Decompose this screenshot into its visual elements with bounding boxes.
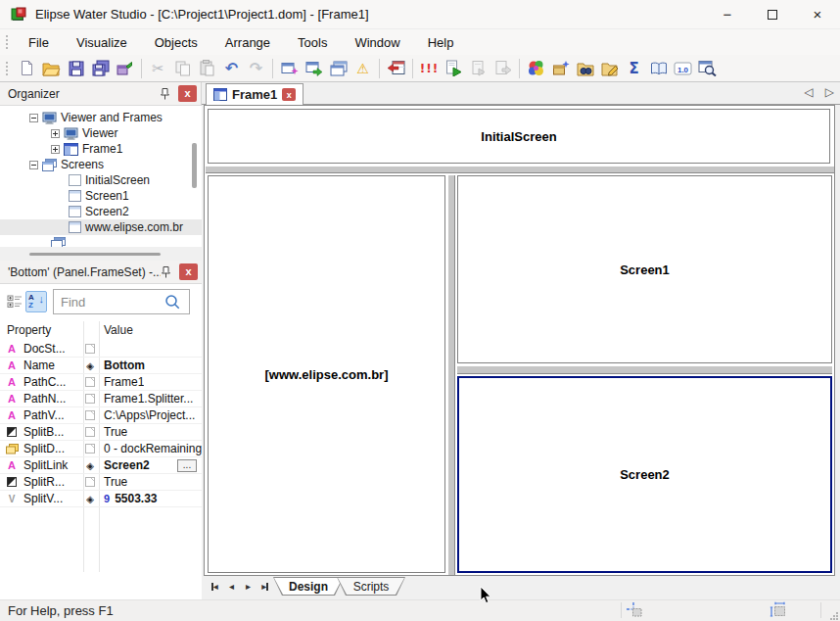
cut-button[interactable]: ✂ [146,57,170,80]
default-value-icon [82,344,98,354]
menu-file[interactable]: File [15,32,63,53]
tree-item-initialscreen[interactable]: InitialScreen [0,172,202,188]
property-row[interactable]: A DocSt... [0,341,202,358]
export-frame-button[interactable] [302,57,326,80]
property-row[interactable]: A PathN... Frame1.Splitter... [0,391,202,407]
resize-grip[interactable] [829,611,839,621]
menu-help[interactable]: Help [414,32,468,53]
property-row[interactable]: SplitR... True [0,474,202,491]
menu-tools[interactable]: Tools [284,32,341,53]
verify-application-button[interactable]: ⚠ [350,57,375,80]
tree-item-viewer-and-frames[interactable]: Viewer and Frames [0,110,202,125]
run-page-button[interactable] [490,57,515,80]
menu-grip[interactable] [5,34,9,50]
tree-scrollbar-thumb[interactable] [192,143,197,188]
decimal-places-button[interactable]: 1.0 [671,57,695,80]
find-input[interactable] [54,295,163,310]
properties-pin-icon[interactable] [161,265,171,278]
library-button[interactable] [646,57,671,80]
save-all-button[interactable] [88,57,113,80]
copy-frame-button[interactable] [326,57,350,80]
dock-splitter[interactable] [0,247,202,261]
tree-item-frame1[interactable]: Frame1 [0,141,202,157]
toolbar-grip[interactable] [5,61,9,76]
frame-screen2[interactable]: Screen2 [457,376,832,573]
import-frame-button[interactable] [384,57,408,80]
property-row[interactable]: V SplitV... ◈ 95503.33 [0,491,202,507]
paste-button[interactable] [195,57,219,80]
frame-screen1[interactable]: Screen1 [457,175,832,363]
tab-label: Frame1 [232,87,277,102]
property-row[interactable]: A PathC... Frame1 [0,374,202,391]
nav-next-button[interactable]: ▸ [241,579,256,594]
gallery-button[interactable] [524,57,548,80]
tab-scripts[interactable]: Scripts [337,577,405,596]
categorized-view-button[interactable] [4,291,25,312]
new-frame-button[interactable] [277,57,302,80]
main-area: Frame1 x ◁ ▷ InitialScreen [www.elipse.c… [202,82,840,599]
nav-prev-button[interactable]: ◂ [224,579,239,594]
menu-arrange[interactable]: Arrange [211,32,284,53]
register-module-button[interactable] [113,57,137,80]
organizer-close-button[interactable]: x [178,85,197,102]
close-button[interactable]: × [795,0,840,28]
property-row[interactable]: A PathV... C:\Apps\Project... [0,407,202,424]
minimize-button[interactable]: − [705,0,750,28]
numeric-icon: 9 [104,493,110,504]
tree-item-www-elipse[interactable]: www.elipse.com.br [0,219,202,235]
property-row[interactable]: SplitB... True [0,424,202,441]
collapse-icon[interactable] [29,114,38,122]
horizontal-splitter[interactable] [457,365,832,374]
left-dock: Organizer x Viewer and Frames Viewer Fra… [0,82,202,599]
property-row[interactable]: SplitD... 0 - dockRemaining [0,441,202,457]
frame-initialscreen[interactable]: InitialScreen [208,109,830,164]
tab-scroll-left-icon[interactable]: ◁ [805,85,814,99]
collapse-icon[interactable] [29,161,38,169]
menu-objects[interactable]: Objects [141,32,211,53]
tree-item-screens[interactable]: Screens [0,157,202,172]
sum-expression-button[interactable]: Σ [622,57,646,80]
tree-item-screen1[interactable]: Screen1 [0,188,202,204]
organizer-toggle-button[interactable] [597,57,622,80]
save-button[interactable] [64,57,88,80]
maximize-button[interactable] [750,0,795,28]
organizer-pin-icon[interactable] [160,87,170,100]
default-value-icon [82,444,98,454]
alphabetical-sort-button[interactable]: A Z ↓ [25,291,47,312]
stop-application-button[interactable] [466,57,490,80]
new-document-button[interactable] [15,57,39,80]
az-sort-icon: A Z ↓ [28,294,44,310]
nav-first-button[interactable]: ◂ [208,579,222,594]
nav-last-button[interactable]: ▸ [257,579,272,594]
property-row[interactable]: A SplitLink ◈ Screen2 ... [0,457,202,474]
window-title: Elipse Water Studio - [C:\Project1\Proje… [35,7,369,22]
insert-object-button[interactable] [548,57,573,80]
run-application-button[interactable] [442,57,466,80]
expand-icon[interactable] [51,145,60,154]
menu-visualize[interactable]: Visualize [63,32,141,53]
tab-design[interactable]: Design [273,577,344,596]
tree-item-partial[interactable] [0,235,202,247]
menu-window[interactable]: Window [341,32,413,53]
properties-close-button[interactable]: x [179,263,198,280]
tab-close-button[interactable]: x [282,88,296,101]
open-project-button[interactable] [39,57,64,80]
find-in-screens-button[interactable] [695,57,720,80]
horizontal-splitter[interactable] [206,166,834,173]
copy-button[interactable] [170,57,195,80]
watch-window-button[interactable] [573,57,597,80]
breakpoints-button[interactable]: !!! [417,57,442,80]
tree-item-label: Screens [61,158,104,171]
properties-header: 'Bottom' (Panel.FrameSet) -... x [0,261,202,284]
tree-item-viewer[interactable]: Viewer [0,125,202,141]
frame-web[interactable]: [www.elipse.com.br] [208,175,445,573]
browse-button[interactable]: ... [177,459,197,472]
undo-button[interactable]: ↶ [219,57,244,80]
expand-icon[interactable] [51,129,60,138]
property-row[interactable]: A Name ◈ Bottom [0,358,202,374]
tree-item-screen2[interactable]: Screen2 [0,204,202,219]
tab-scroll-right-icon[interactable]: ▷ [825,85,834,99]
redo-button[interactable]: ↷ [244,57,268,80]
vertical-splitter[interactable] [447,175,455,575]
tab-frame1[interactable]: Frame1 x [206,83,303,105]
